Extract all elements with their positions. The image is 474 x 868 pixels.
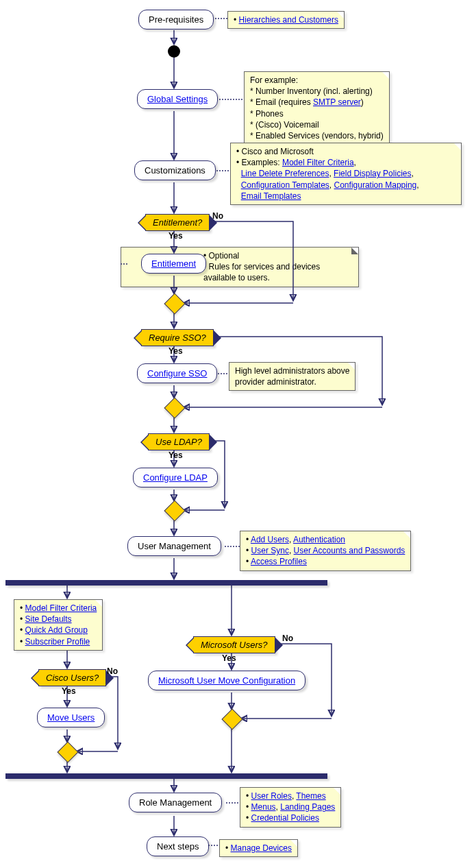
link[interactable]: Themes bbox=[296, 791, 325, 801]
branch-yes: Yes bbox=[169, 346, 183, 356]
label: Microsoft Users? bbox=[201, 640, 268, 650]
link[interactable]: Configuration Mapping bbox=[334, 180, 417, 190]
label[interactable]: Global Settings bbox=[147, 94, 208, 104]
t: High level administrators above bbox=[235, 366, 349, 376]
start-node bbox=[168, 45, 180, 58]
t: provider administrator. bbox=[235, 377, 316, 387]
join-bar bbox=[5, 773, 327, 779]
merge-diamond bbox=[164, 397, 185, 418]
link[interactable]: Subscriber Profile bbox=[25, 637, 90, 647]
b: • bbox=[20, 603, 25, 613]
b: • bbox=[246, 535, 251, 544]
t: • Rules for services and devices bbox=[203, 262, 320, 272]
t: * (Cisco) Voicemail bbox=[250, 120, 319, 130]
label: Use LDAP? bbox=[155, 437, 202, 447]
node-prerequisites: Pre-requisites bbox=[138, 10, 214, 29]
link-smtp[interactable]: SMTP server bbox=[313, 97, 361, 107]
b: • bbox=[20, 637, 25, 647]
label: Require SSO? bbox=[149, 333, 206, 343]
b: • bbox=[225, 843, 231, 853]
t: * Enabled Services (vendors, hybrid) bbox=[250, 131, 384, 141]
merge-diamond bbox=[164, 500, 185, 521]
t: • Optional bbox=[203, 251, 239, 261]
t: • Cisco and Microsoft bbox=[236, 147, 314, 156]
branch-yes: Yes bbox=[169, 231, 183, 241]
node-global-settings[interactable]: Global Settings bbox=[137, 89, 218, 109]
note-role: • User Roles, Themes • Menus, Landing Pa… bbox=[240, 787, 341, 828]
link[interactable]: Line Delete Preferences bbox=[241, 169, 329, 178]
branch-no: No bbox=[282, 634, 293, 643]
label: User Management bbox=[138, 541, 211, 551]
bullet: • bbox=[234, 15, 239, 25]
note-user-management: • Add Users, Authentication • User Sync,… bbox=[240, 531, 411, 571]
label[interactable]: Configure LDAP bbox=[143, 472, 208, 483]
note-sso: High level administrators above provider… bbox=[229, 362, 356, 391]
flow-connectors bbox=[0, 0, 474, 868]
node-move-users[interactable]: Move Users bbox=[37, 708, 105, 727]
decision-ms-users: Microsoft Users? bbox=[193, 636, 275, 653]
label[interactable]: Microsoft User Move Configuration bbox=[158, 675, 295, 686]
label: Entitlement? bbox=[153, 217, 202, 228]
decision-sso: Require SSO? bbox=[141, 329, 214, 346]
branch-no: No bbox=[212, 211, 223, 221]
t: * Number Inventory (incl. alerting) bbox=[250, 86, 373, 96]
link-hierarchies-customers[interactable]: Hierarchies and Customers bbox=[239, 15, 338, 25]
link[interactable]: Access Profiles bbox=[251, 557, 307, 566]
link[interactable]: Site Defaults bbox=[25, 614, 72, 624]
link[interactable]: User Roles bbox=[251, 791, 292, 801]
link[interactable]: Configuration Templates bbox=[241, 180, 329, 190]
link[interactable]: Field Display Policies bbox=[334, 169, 411, 178]
link-manage-devices[interactable]: Manage Devices bbox=[231, 843, 292, 853]
link[interactable]: Model Filter Criteria bbox=[282, 158, 354, 167]
node-role-management: Role Management bbox=[129, 793, 222, 812]
label[interactable]: Move Users bbox=[47, 712, 95, 723]
link[interactable]: Quick Add Group bbox=[25, 625, 88, 635]
b: • bbox=[246, 813, 251, 823]
note-global: For example: * Number Inventory (incl. a… bbox=[244, 71, 390, 145]
label: Role Management bbox=[139, 797, 212, 808]
t: , bbox=[354, 158, 356, 167]
decision-ldap: Use LDAP? bbox=[148, 433, 210, 450]
label: Customizations bbox=[145, 165, 205, 176]
merge-diamond bbox=[221, 708, 242, 730]
link[interactable]: Email Templates bbox=[241, 191, 301, 201]
merge-diamond bbox=[164, 293, 185, 314]
note-cisco: • Model Filter Criteria • Site Defaults … bbox=[14, 599, 103, 651]
label: Cisco Users? bbox=[46, 673, 99, 683]
link[interactable]: Credential Policies bbox=[251, 813, 319, 823]
note-prereq: • Hierarchies and Customers bbox=[227, 11, 345, 29]
b: • bbox=[20, 614, 25, 624]
branch-yes: Yes bbox=[62, 686, 76, 696]
note-custom: • Cisco and Microsoft • Examples: Model … bbox=[230, 143, 462, 205]
link[interactable]: Model Filter Criteria bbox=[25, 603, 97, 613]
node-entitlement[interactable]: Entitlement bbox=[141, 254, 206, 274]
link[interactable]: Menus bbox=[251, 802, 276, 812]
branch-yes: Yes bbox=[222, 653, 236, 663]
link[interactable]: User Sync bbox=[251, 546, 289, 555]
label: Pre-requisites bbox=[149, 14, 203, 25]
link[interactable]: User Accounts and Passwords bbox=[294, 546, 406, 555]
b: • bbox=[246, 546, 251, 555]
link[interactable]: Add Users bbox=[251, 535, 289, 544]
decision-cisco-users: Cisco Users? bbox=[38, 669, 106, 686]
node-next-steps: Next steps bbox=[147, 836, 209, 856]
branch-no: No bbox=[107, 666, 118, 676]
fork-bar bbox=[5, 580, 327, 586]
node-user-management: User Management bbox=[127, 536, 221, 556]
label[interactable]: Entitlement bbox=[151, 258, 196, 269]
t: ) bbox=[361, 97, 364, 107]
merge-diamond bbox=[57, 741, 78, 762]
b: • bbox=[246, 802, 251, 812]
t: • Examples: bbox=[236, 158, 282, 167]
node-configure-ldap[interactable]: Configure LDAP bbox=[133, 468, 218, 487]
note-next: • Manage Devices bbox=[219, 839, 298, 857]
link[interactable]: Authentication bbox=[293, 535, 345, 544]
decision-entitlement: Entitlement? bbox=[145, 214, 210, 231]
t: For example: bbox=[250, 75, 298, 85]
b: • bbox=[246, 557, 251, 566]
label[interactable]: Configure SSO bbox=[147, 368, 207, 378]
link[interactable]: Landing Pages bbox=[280, 802, 335, 812]
node-configure-sso[interactable]: Configure SSO bbox=[137, 363, 217, 383]
t: available to users. bbox=[203, 273, 270, 282]
node-ms-user-move[interactable]: Microsoft User Move Configuration bbox=[148, 671, 305, 690]
